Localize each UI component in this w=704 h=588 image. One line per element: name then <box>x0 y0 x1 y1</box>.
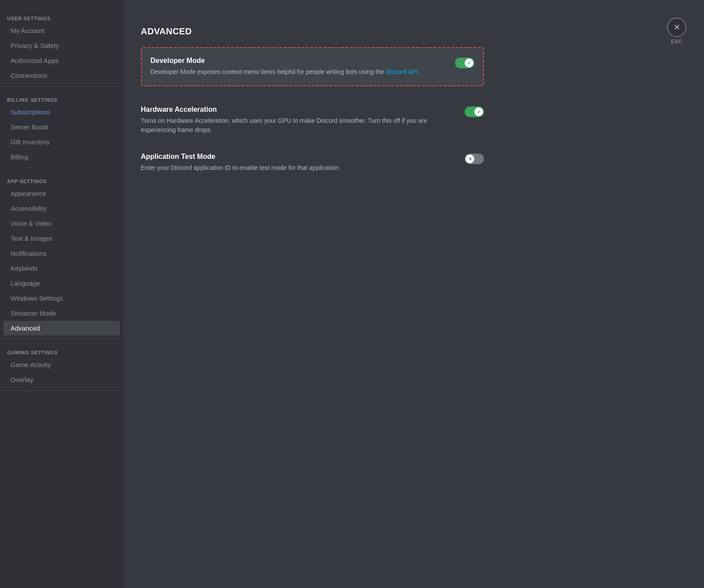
sidebar-section-label: USER SETTINGS <box>0 9 123 23</box>
close-icon: ✕ <box>674 22 680 32</box>
discord-api-link[interactable]: Discord API <box>386 68 418 75</box>
sidebar-item-appearance[interactable]: Appearance <box>4 186 120 201</box>
sidebar-item-notifications[interactable]: Notifications <box>4 246 120 261</box>
sidebar-item-keybinds[interactable]: Keybinds <box>4 261 120 276</box>
setting-row-application-test-mode: Application Test ModeEnter your Discord … <box>141 144 484 182</box>
sidebar-item-gift-inventory[interactable]: Gift Inventory <box>4 135 120 149</box>
sidebar-section-label: BILLING SETTINGS <box>0 90 123 104</box>
toggle-knob: ✓ <box>465 59 473 67</box>
main-content: ADVANCED Developer ModeDeveloper Mode ex… <box>123 0 704 588</box>
sidebar-item-text-images[interactable]: Text & Images <box>4 231 120 246</box>
toggle-knob: ✕ <box>466 154 474 163</box>
toggle-hardware-acceleration[interactable]: ✓ <box>465 107 484 117</box>
sidebar-item-accessibility[interactable]: Accessibility <box>4 201 120 216</box>
setting-info: Developer ModeDeveloper Mode exposes con… <box>150 57 446 77</box>
close-button[interactable]: ✕ ESC <box>667 18 686 44</box>
esc-label: ESC <box>671 39 682 44</box>
sidebar-section-label: APP SETTINGS <box>0 172 123 186</box>
sidebar-item-language[interactable]: Language <box>4 276 120 290</box>
sidebar-item-my-account[interactable]: My Account <box>4 23 120 38</box>
sidebar-section-label: GAMING SETTINGS <box>0 343 123 357</box>
sidebar-item-game-activity[interactable]: Game Activity <box>4 357 120 372</box>
setting-description-application-test-mode: Enter your Discord application ID to ena… <box>141 163 456 173</box>
setting-info: Hardware AccelerationTurns on Hardware A… <box>141 106 456 135</box>
toggle-icon: ✓ <box>467 60 471 66</box>
setting-row: Developer ModeDeveloper Mode exposes con… <box>150 57 474 77</box>
sidebar-divider <box>0 390 123 391</box>
setting-card-developer-mode: Developer ModeDeveloper Mode exposes con… <box>141 47 484 86</box>
sidebar-item-privacy-safety[interactable]: Privacy & Safety <box>4 38 120 53</box>
sidebar-item-server-boost[interactable]: Server Boost <box>4 120 120 134</box>
sidebar: USER SETTINGSMy AccountPrivacy & SafetyA… <box>0 0 123 588</box>
sidebar-item-overlay[interactable]: Overlay <box>4 372 120 387</box>
sidebar-item-subscriptions[interactable]: Subscriptions <box>4 105 120 119</box>
toggle-knob: ✓ <box>474 107 483 116</box>
toggle-switch[interactable]: ✓ <box>465 107 484 117</box>
setting-title-application-test-mode: Application Test Mode <box>141 153 456 161</box>
sidebar-divider <box>0 168 123 168</box>
sidebar-item-streamer-mode[interactable]: Streamer Mode <box>4 306 120 320</box>
page-title: ADVANCED <box>141 26 686 37</box>
toggle-switch[interactable]: ✓ <box>455 58 474 68</box>
sidebar-item-billing[interactable]: Billing <box>4 150 120 164</box>
setting-row-hardware-acceleration: Hardware AccelerationTurns on Hardware A… <box>141 97 484 144</box>
sidebar-item-voice-video[interactable]: Voice & Video <box>4 216 120 231</box>
sidebar-item-authorized-apps[interactable]: Authorized Apps <box>4 53 120 68</box>
toggle-application-test-mode[interactable]: ✕ <box>465 154 484 164</box>
toggle-icon: ✕ <box>468 156 472 162</box>
toggle-developer-mode[interactable]: ✓ <box>455 58 474 68</box>
sidebar-item-windows-settings[interactable]: Windows Settings <box>4 291 120 305</box>
toggle-icon: ✓ <box>477 109 481 115</box>
setting-description-hardware-acceleration: Turns on Hardware Acceleration, which us… <box>141 116 456 135</box>
setting-title-developer-mode: Developer Mode <box>150 57 446 65</box>
toggle-switch[interactable]: ✕ <box>465 154 484 164</box>
setting-info: Application Test ModeEnter your Discord … <box>141 153 456 173</box>
sidebar-divider <box>0 86 123 87</box>
sidebar-item-advanced[interactable]: Advanced <box>4 321 120 335</box>
sidebar-divider <box>0 339 123 339</box>
setting-title-hardware-acceleration: Hardware Acceleration <box>141 106 456 114</box>
sidebar-item-connections[interactable]: Connections <box>4 68 120 83</box>
setting-description-developer-mode: Developer Mode exposes context menu item… <box>150 67 446 77</box>
